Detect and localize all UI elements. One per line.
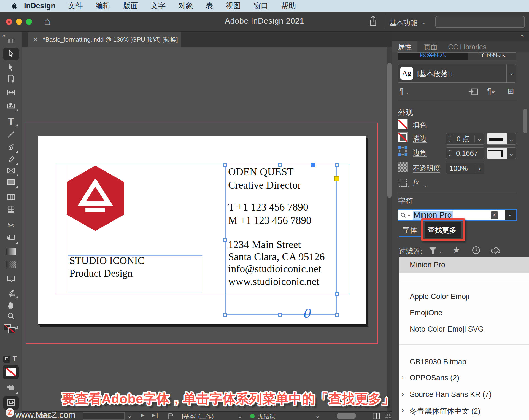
opacity-control[interactable]: 100% › <box>446 163 484 174</box>
preflight-flag-icon[interactable] <box>168 413 174 419</box>
titlebar-search-input[interactable] <box>435 16 525 28</box>
effects-fx-icon[interactable]: fx <box>413 177 419 186</box>
favorites-star-icon[interactable]: ★ <box>452 245 460 255</box>
opacity-expand-icon[interactable]: › <box>475 164 484 173</box>
tab-cc-libraries[interactable]: CC Libraries <box>444 41 491 52</box>
paragraph-style-tab[interactable]: 段落样式 <box>398 52 468 60</box>
stroke-style-dropdown[interactable]: ⌄ <box>487 133 516 145</box>
menu-indesign[interactable]: InDesign <box>18 0 62 12</box>
panel-scrollbar-thumb[interactable] <box>523 109 527 133</box>
content-collector-tool[interactable] <box>4 101 18 112</box>
font-family-row[interactable]: Source Han Sans KR (7) <box>410 390 492 399</box>
frame-fitting-icon[interactable] <box>399 179 407 187</box>
menu-view[interactable]: 视图 <box>220 0 247 12</box>
horizontal-scrollbar-thumb[interactable] <box>337 413 356 419</box>
pen-tool[interactable] <box>4 142 18 153</box>
tab-fonts[interactable]: 字体 <box>403 225 417 235</box>
zoom-tool[interactable] <box>4 311 18 322</box>
font-row-label[interactable]: Noto Color Emoji SVG <box>410 325 484 333</box>
stroke-weight-stepper[interactable]: ⌃⌄ 0 点 ⌄ <box>446 133 484 145</box>
formatting-affects-container[interactable] <box>3 356 10 363</box>
menu-object[interactable]: 对象 <box>172 0 199 12</box>
frame-handle[interactable] <box>223 313 227 317</box>
font-family-row[interactable]: 冬青黑体简体中文 (2) <box>410 406 481 416</box>
style-dropdown-chevron-icon[interactable]: ⌄ <box>509 69 514 77</box>
opacity-label[interactable]: 不透明度 <box>413 164 440 173</box>
menu-window[interactable]: 窗口 <box>247 0 275 12</box>
next-page-icon[interactable]: ▶ <box>141 413 144 418</box>
preflight-chevron-icon[interactable]: ⌄ <box>237 413 242 419</box>
character-style-tab[interactable]: 字符样式 <box>468 52 516 60</box>
menu-edit[interactable]: 编辑 <box>89 0 117 12</box>
line-tool[interactable] <box>4 130 18 141</box>
new-style-icon[interactable]: ⊞ <box>508 87 514 96</box>
expand-family-icon[interactable]: › <box>402 406 404 414</box>
selection-tool[interactable] <box>4 49 18 60</box>
corner-value[interactable]: 0.1667 <box>454 149 478 158</box>
workspace-switcher[interactable]: 基本功能 <box>390 18 417 27</box>
menu-layout[interactable]: 版面 <box>117 0 144 12</box>
direct-selection-tool[interactable] <box>4 62 18 73</box>
expand-family-icon[interactable]: › <box>402 390 404 398</box>
gradient-feather-tool[interactable] <box>4 259 18 270</box>
stroke-label[interactable]: 描边 <box>413 134 427 143</box>
frame-handle[interactable] <box>278 313 282 317</box>
expand-family-icon[interactable]: › <box>402 374 404 381</box>
stroke-weight-value[interactable]: 0 点 <box>454 134 470 144</box>
activate-fonts-cloud-icon[interactable] <box>490 246 501 255</box>
move-to-style-icon[interactable] <box>468 87 479 96</box>
frame-handle[interactable] <box>223 163 227 167</box>
font-row-label[interactable]: Minion Pro <box>410 261 445 269</box>
toolbar-grabber[interactable] <box>7 39 15 43</box>
free-transform-tool[interactable] <box>4 233 18 244</box>
clear-search-icon[interactable]: ✕ <box>491 211 498 219</box>
share-icon[interactable] <box>368 15 378 27</box>
fill-swatch[interactable] <box>398 119 408 129</box>
screen-mode-button[interactable] <box>3 396 19 410</box>
spinner-icons[interactable]: ⌃⌄ <box>446 150 454 157</box>
note-tool[interactable] <box>4 274 18 285</box>
eyedropper-tool[interactable] <box>4 288 18 299</box>
frame-handle[interactable] <box>278 163 282 167</box>
font-dropdown-button[interactable]: ⌄ <box>505 210 516 220</box>
filter-chevron-icon[interactable]: ⌄ <box>439 249 442 254</box>
rectangle-frame-tool[interactable] <box>4 166 18 177</box>
paragraph-options-icon[interactable]: ¶ <box>399 87 404 96</box>
frame-handle[interactable] <box>223 238 227 242</box>
split-view-icon[interactable] <box>373 413 380 419</box>
tab-pages[interactable]: 页面 <box>417 41 444 52</box>
page-tool[interactable] <box>4 73 18 84</box>
last-page-icon[interactable]: ▶❘ <box>152 413 159 418</box>
corner-stepper[interactable]: ⌃⌄ 0.1667 <box>446 147 484 159</box>
close-document-icon[interactable]: ✕ <box>33 36 38 44</box>
swap-fill-stroke-icon[interactable]: ⇄ <box>14 325 18 331</box>
canvas-scrollbar-thumb[interactable] <box>387 63 392 198</box>
style-override-icon[interactable]: ¶⁎ <box>487 87 495 96</box>
menu-file[interactable]: 文件 <box>62 0 89 12</box>
page-list-chevron-icon[interactable]: ⌄ <box>127 413 132 419</box>
corner-label[interactable]: 边角 <box>413 148 427 157</box>
preflight-profile[interactable]: [基本] (工作) <box>182 413 214 420</box>
panel-collapse-icon[interactable]: » <box>521 33 524 39</box>
corner-options-icon[interactable] <box>398 146 408 157</box>
workspace-chevron-icon[interactable]: ⌄ <box>421 19 426 26</box>
horizontal-grid-tool[interactable] <box>4 192 18 203</box>
resize-grip[interactable] <box>385 413 391 419</box>
vertical-grid-tool[interactable] <box>4 204 18 216</box>
frame-handle[interactable] <box>335 313 339 317</box>
apple-menu-icon[interactable] <box>10 2 18 10</box>
tab-properties[interactable]: 属性 <box>392 41 417 52</box>
scissors-tool[interactable]: ✂ <box>4 220 18 231</box>
toolbar-expand-icon[interactable]: » <box>2 32 5 39</box>
document-tab[interactable]: ✕ *Basic_formatting.indd @ 136% [GPU 预览]… <box>28 32 181 47</box>
corner-edit-handle[interactable] <box>334 176 339 181</box>
gap-tool[interactable] <box>4 88 18 99</box>
apply-none-button[interactable] <box>3 365 19 379</box>
search-scope-chevron[interactable]: ⌄ <box>407 212 411 217</box>
paragraph-style-dropdown[interactable] <box>398 64 516 83</box>
rectangle-tool[interactable] <box>4 177 18 189</box>
recent-clock-icon[interactable] <box>472 246 481 255</box>
menu-help[interactable]: 帮助 <box>275 0 302 12</box>
fill-label[interactable]: 填色 <box>413 120 427 130</box>
stroke-swatch[interactable] <box>398 132 408 142</box>
